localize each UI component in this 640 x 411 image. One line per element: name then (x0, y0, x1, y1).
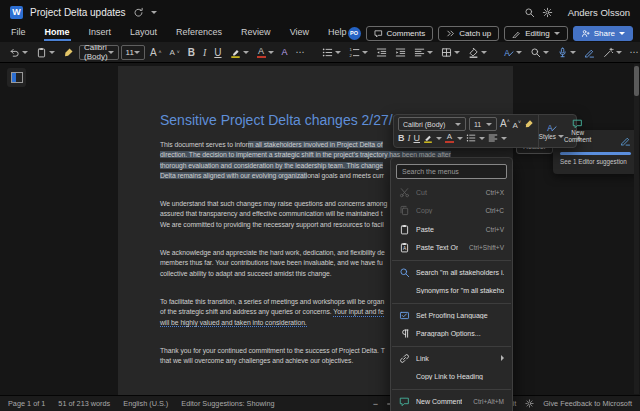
tab-home[interactable]: Home (44, 25, 71, 41)
increase-indent-icon (395, 47, 406, 58)
menu-item-synonyms-for-m-all-stakehold[interactable]: Synonyms for "m all stakehold... (391, 282, 512, 301)
menu-search-box[interactable] (396, 164, 507, 179)
mini-font-size-select[interactable]: 11 (469, 117, 497, 131)
paste-button[interactable] (33, 44, 58, 60)
menu-shortcut: Ctrl+C (485, 207, 504, 214)
font-color-button[interactable]: A (254, 44, 277, 60)
borders-button[interactable] (438, 44, 463, 60)
increase-indent-button[interactable] (392, 44, 409, 60)
status-bar: Page 1 of 1 51 of 213 words English (U.S… (0, 395, 640, 411)
menu-item-copy-link-to-heading[interactable]: Copy Link to Heading (391, 368, 512, 387)
mini-format-painter-icon[interactable] (524, 119, 534, 129)
dictate-button[interactable] (554, 44, 579, 60)
bold-button[interactable]: B (185, 44, 198, 60)
context-menu: CutCtrl+XCopyCtrl+CPasteCtrl+VAPaste Tex… (390, 157, 513, 411)
menu-search-input[interactable] (402, 168, 501, 175)
user-name[interactable]: Anders Olsson (568, 7, 630, 18)
menu-item-link[interactable]: Link (391, 349, 512, 368)
mini-bullets-icon[interactable] (466, 133, 476, 143)
tab-review[interactable]: Review (240, 25, 272, 41)
tab-help[interactable]: Help (327, 25, 348, 41)
decrease-indent-button[interactable] (373, 44, 390, 60)
undo-button[interactable] (6, 44, 31, 60)
mini-bold-button[interactable]: B (398, 133, 405, 143)
shading-button[interactable] (465, 44, 490, 60)
title-chevron-down-icon[interactable] (151, 11, 157, 14)
bullets-button[interactable] (319, 44, 344, 60)
zoom-out-button[interactable]: − (373, 399, 378, 409)
autosave-sync-icon[interactable] (133, 7, 144, 18)
alignment-button[interactable] (411, 44, 436, 60)
presence-avatar[interactable]: PO (348, 27, 361, 40)
document-title[interactable]: Project Delta updates (30, 7, 126, 18)
editor-suggestions-status[interactable]: Editor Suggestions: Showing (181, 399, 274, 408)
menu-item-paste[interactable]: PasteCtrl+V (391, 220, 512, 239)
catch-up-icon (446, 29, 455, 38)
underline-button[interactable]: U (211, 44, 224, 60)
autoformat-button[interactable] (600, 44, 625, 60)
search-icon[interactable] (524, 7, 535, 18)
navigation-pane-toggle[interactable] (7, 68, 26, 87)
more-font-options-button[interactable]: ⋯ (293, 44, 309, 60)
mini-font-name-select[interactable]: Calibri (Body) (398, 117, 466, 131)
mini-underline-button[interactable]: U (414, 133, 421, 143)
menu-item-paragraph-options[interactable]: Paragraph Options... (391, 325, 512, 344)
share-chevron-down-icon (619, 32, 625, 35)
menu-item-set-proofing-language[interactable]: Set Proofing Language (391, 306, 512, 325)
page-count[interactable]: Page 1 of 1 (8, 399, 45, 408)
menu-item-search-m-all-stakeholders-i[interactable]: Search "m all stakeholders i..." (391, 263, 512, 282)
mini-grow-font-button[interactable]: A˄ (500, 118, 510, 129)
brightness-icon[interactable] (525, 399, 534, 408)
mini-font-color-button[interactable]: A (445, 133, 454, 143)
mini-align-icon[interactable] (488, 133, 498, 143)
search-icon (398, 266, 411, 278)
scissors-icon (398, 186, 411, 198)
tab-layout[interactable]: Layout (129, 25, 158, 41)
editor-suggestion-link[interactable]: See 1 Editor suggestion (560, 158, 631, 165)
format-painter-button[interactable] (60, 44, 77, 60)
mini-new-comment-button[interactable]: New Comment (564, 115, 591, 147)
comments-button[interactable]: Comments (366, 26, 434, 41)
comments-icon (374, 29, 383, 38)
gear-icon[interactable] (542, 7, 553, 18)
mini-shrink-font-button[interactable]: A˅ (513, 119, 521, 130)
find-button[interactable] (527, 44, 552, 60)
more-ribbon-button[interactable]: ⋯ (627, 44, 640, 60)
tab-file[interactable]: File (10, 25, 27, 41)
vertical-scrollbar[interactable] (634, 64, 639, 394)
font-name-select[interactable]: Calibri (Body) (79, 45, 119, 60)
mini-italic-button[interactable]: I (408, 133, 411, 143)
editor-button[interactable] (581, 44, 598, 60)
italic-button[interactable]: I (200, 44, 209, 60)
word-count[interactable]: 51 of 213 words (58, 399, 110, 408)
editing-mode-button[interactable]: Editing (504, 26, 567, 41)
tab-references[interactable]: References (175, 25, 223, 41)
bullets-icon (322, 47, 333, 58)
shrink-font-button[interactable]: A˅ (166, 44, 182, 60)
tab-insert[interactable]: Insert (88, 25, 113, 41)
language-indicator[interactable]: English (U.S.) (123, 399, 168, 408)
mini-styles-button[interactable]: A Styles (539, 115, 564, 147)
numbering-button[interactable]: 12 (346, 44, 371, 60)
find-icon (530, 47, 541, 58)
borders-grid-icon (441, 47, 452, 58)
scrollbar-thumb[interactable] (634, 66, 639, 96)
share-button[interactable]: Share (573, 26, 633, 41)
tab-view[interactable]: View (289, 25, 310, 41)
font-size-select[interactable]: 11 (121, 45, 145, 60)
catch-up-button[interactable]: Catch up (438, 26, 499, 41)
copy-icon (398, 205, 411, 217)
svg-text:1: 1 (349, 47, 352, 52)
grow-font-button[interactable]: A˄ (147, 44, 165, 60)
text-highlight-button[interactable] (227, 44, 252, 60)
menu-separator (392, 303, 511, 304)
feedback-link[interactable]: Give Feedback to Microsoft (543, 399, 632, 408)
undo-icon (9, 47, 20, 58)
menu-item-paste-text-only[interactable]: APaste Text OnlyCtrl+Shift+V (391, 239, 512, 258)
text-effects-button[interactable]: A (279, 44, 291, 60)
styles-button[interactable]: A (500, 44, 525, 60)
menu-item-new-comment[interactable]: New CommentCtrl+Alt+M (391, 392, 512, 411)
mini-highlighter-icon[interactable] (423, 133, 433, 143)
svg-text:A: A (403, 247, 407, 252)
mini-styles-icon: A (546, 122, 557, 133)
